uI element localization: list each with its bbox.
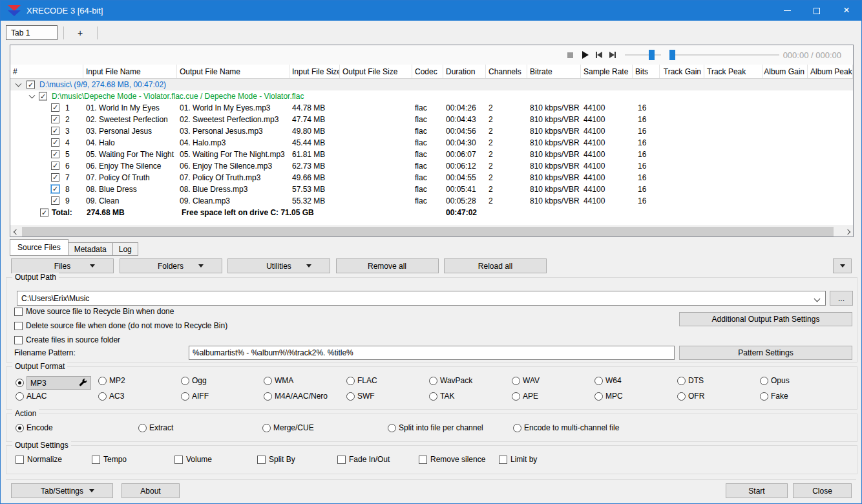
column-header-bitrate[interactable]: Bitrate	[527, 65, 581, 78]
about-button[interactable]: About	[121, 483, 180, 498]
maximize-button[interactable]	[802, 1, 832, 21]
seek-slider-handle[interactable]	[669, 50, 675, 60]
horizontal-scrollbar[interactable]	[10, 226, 853, 236]
action-radio-encode[interactable]: Encode	[16, 423, 53, 432]
format-radio-w64[interactable]: W64	[594, 376, 622, 385]
close-button[interactable]: ×	[832, 1, 861, 21]
column-header-duration[interactable]: Duration	[443, 65, 486, 78]
volume-slider[interactable]	[625, 50, 661, 60]
setting-checkbox-split-by[interactable]: Split By	[257, 455, 295, 464]
row-checkbox[interactable]	[51, 173, 59, 182]
toolbar-button-files[interactable]: Files	[11, 258, 114, 273]
table-row[interactable]: 303. Personal Jesus03. Personal Jesus.mp…	[10, 125, 853, 137]
action-radio-encode-to-multi-channel-file[interactable]: Encode to multi-channel file	[513, 423, 619, 432]
format-radio-m4a-aac-nero[interactable]: M4A/AAC/Nero	[264, 392, 328, 401]
column-header-track-peak[interactable]: Track Peak	[704, 65, 763, 78]
start-button[interactable]: Start	[726, 483, 788, 498]
format-radio-ape[interactable]: APE	[512, 392, 538, 401]
output-path-combobox[interactable]: C:\Users\Erix\Music	[17, 291, 826, 306]
table-row[interactable]: 404. Halo04. Halo.mp345.44 MBflac00:04:3…	[10, 137, 853, 149]
table-row[interactable]: 808. Blue Dress08. Blue Dress.mp357.53 M…	[10, 184, 853, 195]
row-checkbox[interactable]	[51, 103, 59, 112]
column-header-bits[interactable]: Bits	[633, 65, 660, 78]
combo-arrow-icon[interactable]	[814, 296, 821, 302]
column-header-album-peak[interactable]: Album Peak	[808, 65, 853, 78]
row-checkbox[interactable]	[51, 162, 59, 170]
action-radio-split-into-file-per-channel[interactable]: Split into file per channel	[388, 423, 483, 432]
toolbar-button-remove-all[interactable]: Remove all	[336, 258, 439, 273]
stop-button[interactable]	[565, 50, 575, 60]
format-radio-ofr[interactable]: OFR	[677, 392, 704, 401]
toolbar-button-reload-all[interactable]: Reload all	[444, 258, 547, 273]
format-radio-opus[interactable]: Opus	[760, 376, 790, 385]
column-header-channels[interactable]: Channels	[486, 65, 527, 78]
format-radio-dts[interactable]: DTS	[677, 376, 704, 385]
table-row[interactable]: 707. Policy Of Truth07. Policy Of Truth.…	[10, 172, 853, 184]
option-checkbox-create-files-in[interactable]: Create files in source folder	[14, 335, 120, 344]
tab-settings-button[interactable]: Tab/Settings	[11, 483, 113, 498]
table-subgroup-row[interactable]: D:\music\Depeche Mode - Violator.flac.cu…	[10, 90, 853, 102]
table-row[interactable]: 505. Waiting For The Night05. Waiting Fo…	[10, 149, 853, 160]
row-checkbox[interactable]	[51, 150, 59, 158]
table-row[interactable]: 606. Enjoy The Silence06. Enjoy The Sile…	[10, 160, 853, 172]
view-tab-source-files[interactable]: Source Files	[10, 239, 68, 256]
option-checkbox-move-source-file[interactable]: Move source file to Recycle Bin when don…	[14, 307, 174, 316]
volume-slider-handle[interactable]	[649, 50, 655, 60]
more-options-dropdown-button[interactable]	[833, 258, 852, 273]
column-header-input-file-size[interactable]: Input File Size	[289, 65, 340, 78]
scroll-left-icon[interactable]	[13, 229, 19, 235]
format-radio-alac[interactable]: ALAC	[16, 392, 47, 401]
close-app-button[interactable]: Close	[793, 483, 852, 498]
column-header-output-file-size[interactable]: Output File Size	[340, 65, 412, 78]
action-radio-extract[interactable]: Extract	[138, 423, 173, 432]
additional-output-path-settings-button[interactable]: Additional Output Path Settings	[679, 312, 852, 326]
scroll-right-icon[interactable]	[845, 229, 850, 235]
table-row[interactable]: 202. Sweetest Perfection02. Sweetest Per…	[10, 114, 853, 125]
row-checkbox[interactable]	[51, 138, 59, 147]
format-radio-mp3[interactable]: MP3	[16, 376, 91, 390]
format-radio-wma[interactable]: WMA	[264, 376, 293, 385]
add-tab-button[interactable]: +	[65, 25, 95, 40]
pattern-settings-button[interactable]: Pattern Settings	[679, 346, 852, 360]
format-radio-ac3[interactable]: AC3	[98, 392, 124, 401]
row-checkbox[interactable]	[51, 127, 59, 135]
row-checkbox[interactable]	[51, 185, 59, 193]
tab-1[interactable]: Tab 1	[6, 25, 58, 40]
wrench-icon[interactable]	[79, 378, 87, 388]
previous-track-button[interactable]	[594, 50, 604, 60]
toolbar-button-utilities[interactable]: Utilities	[227, 258, 330, 273]
column-header-codec[interactable]: Codec	[412, 65, 443, 78]
column-header-sample-rate[interactable]: Sample Rate	[581, 65, 633, 78]
column-header-track-gain[interactable]: Track Gain	[660, 65, 704, 78]
action-radio-merge-cue[interactable]: Merge/CUE	[262, 423, 314, 432]
seek-slider[interactable]	[669, 50, 779, 60]
row-checkbox[interactable]	[51, 196, 59, 205]
expand-chevron-icon[interactable]	[16, 81, 22, 87]
format-radio-ogg[interactable]: Ogg	[181, 376, 207, 385]
column-header-input-file-name[interactable]: Input File Name	[83, 65, 177, 78]
table-group-row[interactable]: D:\music\ (9/9, 274.68 MB, 00:47:02)	[10, 79, 853, 90]
format-radio-aiff[interactable]: AIFF	[181, 392, 209, 401]
table-row[interactable]: 101. World In My Eyes01. World In My Eye…	[10, 102, 853, 114]
setting-checkbox-tempo[interactable]: Tempo	[92, 455, 127, 464]
table-row[interactable]: 909. Clean09. Clean.mp355.32 MBflac00:05…	[10, 195, 853, 207]
setting-checkbox-remove-silence[interactable]: Remove silence	[419, 455, 485, 464]
row-checkbox[interactable]	[51, 115, 59, 123]
total-checkbox[interactable]	[40, 209, 48, 217]
format-radio-flac[interactable]: FLAC	[346, 376, 377, 385]
group-checkbox[interactable]	[26, 81, 35, 89]
format-radio-tak[interactable]: TAK	[429, 392, 454, 401]
scrollbar-thumb[interactable]	[22, 227, 834, 236]
format-radio-mp2[interactable]: MP2	[98, 376, 125, 385]
setting-checkbox-normalize[interactable]: Normalize	[16, 455, 62, 464]
setting-checkbox-limit-by[interactable]: Limit by	[499, 455, 537, 464]
next-track-button[interactable]	[607, 50, 618, 60]
format-radio-mpc[interactable]: MPC	[594, 392, 623, 401]
setting-checkbox-volume[interactable]: Volume	[174, 455, 212, 464]
format-radio-fake[interactable]: Fake	[760, 392, 788, 401]
column-header-output-file-name[interactable]: Output File Name	[177, 65, 289, 78]
minimize-button[interactable]	[772, 1, 802, 21]
setting-checkbox-fade-in-out[interactable]: Fade In/Out	[337, 455, 390, 464]
format-radio-wav[interactable]: WAV	[512, 376, 540, 385]
filename-pattern-input[interactable]	[189, 346, 675, 360]
